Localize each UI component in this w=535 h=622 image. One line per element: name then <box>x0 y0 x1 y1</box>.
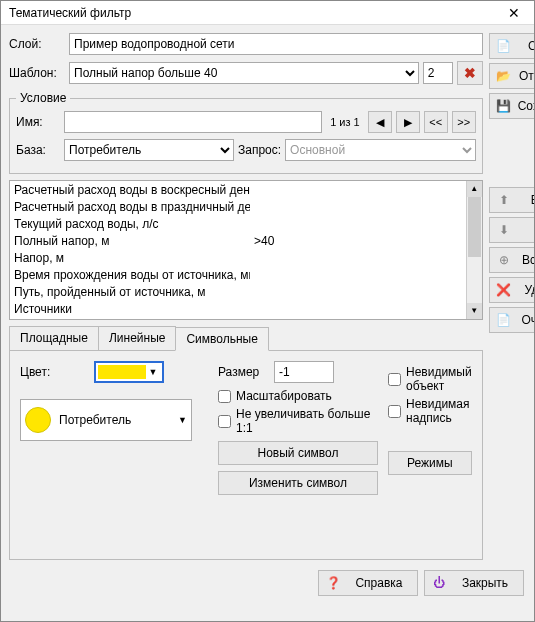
clear-icon <box>496 312 512 328</box>
titlebar: Тематический фильтр ✕ <box>1 1 534 25</box>
invisible-label-checkbox[interactable]: Невидимая надпись <box>388 397 472 425</box>
query-label: Запрос: <box>238 143 281 157</box>
close-icon <box>431 575 447 591</box>
save-button[interactable]: Сохранить <box>489 93 535 119</box>
chevron-down-icon: ▼ <box>146 367 160 377</box>
field-list[interactable]: Расчетный расход воды в воскресный день,… <box>9 180 483 320</box>
table-row[interactable]: Текущий расход воды, л/с <box>10 215 466 232</box>
up-button[interactable]: Вверх <box>489 187 535 213</box>
no-enlarge-checkbox[interactable]: Не увеличивать больше 1:1 <box>218 407 378 435</box>
color-picker[interactable]: ▼ <box>94 361 164 383</box>
query-select[interactable]: Основной <box>285 139 476 161</box>
window-title: Тематический фильтр <box>9 6 494 20</box>
scroll-up-icon[interactable]: ▲ <box>467 181 482 197</box>
size-input[interactable] <box>274 361 334 383</box>
condition-fieldset: Условие Имя: 1 из 1 ◀ ▶ << >> База: Потр… <box>9 91 483 174</box>
field-name: Полный напор, м <box>10 234 250 248</box>
tab-line[interactable]: Линейные <box>98 326 177 350</box>
pager-next-button[interactable]: ▶ <box>396 111 420 133</box>
field-name: Лиаметр выходного отверстия. м <box>10 319 250 320</box>
invisible-object-checkbox[interactable]: Невидимый объект <box>388 365 472 393</box>
condition-legend: Условие <box>16 91 70 105</box>
pager-text: 1 из 1 <box>326 111 364 133</box>
delete-icon <box>496 282 512 298</box>
table-row[interactable]: Расчетный расход воды в праздничный день… <box>10 198 466 215</box>
edit-symbol-button[interactable]: Изменить символ <box>218 471 378 495</box>
template-count-input[interactable] <box>423 62 453 84</box>
scroll-down-icon[interactable]: ▼ <box>467 303 482 319</box>
template-delete-button[interactable]: ✖ <box>457 61 483 85</box>
chevron-down-icon: ▼ <box>178 415 187 425</box>
open-button[interactable]: Открыть... <box>489 63 535 89</box>
help-button[interactable]: Справка <box>318 570 418 596</box>
table-row[interactable]: Расчетный расход воды в воскресный день,… <box>10 181 466 198</box>
layer-label: Слой: <box>9 37 65 51</box>
scrollbar[interactable]: ▲ ▼ <box>466 181 482 319</box>
template-label: Шаблон: <box>9 66 65 80</box>
new-symbol-button[interactable]: Новый символ <box>218 441 378 465</box>
pager-last-button[interactable]: >> <box>452 111 476 133</box>
field-name: Напор, м <box>10 251 250 265</box>
color-swatch <box>98 365 146 379</box>
field-name: Путь, пройденный от источника, м <box>10 285 250 299</box>
table-row[interactable]: Время прохождения воды от источника, мин <box>10 266 466 283</box>
tabs: Площадные Линейные Символьные <box>9 326 483 350</box>
pager-first-button[interactable]: << <box>424 111 448 133</box>
insert-button[interactable]: Вставить <box>489 247 535 273</box>
field-name: Текущий расход воды, л/с <box>10 217 250 231</box>
open-icon <box>496 68 512 84</box>
layer-button[interactable]: Слой... <box>489 33 535 59</box>
table-row[interactable]: Путь, пройденный от источника, м <box>10 283 466 300</box>
insert-icon <box>496 252 512 268</box>
tab-symbol[interactable]: Символьные <box>175 327 268 351</box>
scroll-thumb[interactable] <box>468 197 481 257</box>
table-row[interactable]: Лиаметр выходного отверстия. м <box>10 317 466 319</box>
color-label: Цвет: <box>20 365 90 379</box>
size-label: Размер <box>218 365 270 379</box>
table-row[interactable]: Источники <box>10 300 466 317</box>
layer-input[interactable] <box>69 33 483 55</box>
field-name: Время прохождения воды от источника, мин <box>10 268 250 282</box>
tab-pane-symbol: Цвет: ▼ Потребитель ▼ Размер <box>9 350 483 560</box>
table-row[interactable]: Полный напор, м>40 <box>10 232 466 249</box>
name-input[interactable] <box>64 111 322 133</box>
field-name: Расчетный расход воды в воскресный день,… <box>10 183 250 197</box>
scale-checkbox[interactable]: Масштабировать <box>218 389 378 403</box>
name-label: Имя: <box>16 115 60 129</box>
layer-icon <box>496 38 512 54</box>
down-button[interactable]: Вниз <box>489 217 535 243</box>
modes-button[interactable]: Режимы <box>388 451 472 475</box>
pager-prev-button[interactable]: ◀ <box>368 111 392 133</box>
base-label: База: <box>16 143 60 157</box>
help-icon <box>325 575 341 591</box>
symbol-type-value: Потребитель <box>59 413 170 427</box>
field-name: Расчетный расход воды в праздничный день… <box>10 200 250 214</box>
arrow-up-icon <box>496 192 512 208</box>
symbol-type-combo[interactable]: Потребитель ▼ <box>20 399 192 441</box>
save-icon <box>496 98 512 114</box>
delete-button[interactable]: Удалить <box>489 277 535 303</box>
tab-area[interactable]: Площадные <box>9 326 99 350</box>
delete-x-icon: ✖ <box>464 65 476 81</box>
table-row[interactable]: Напор, м <box>10 249 466 266</box>
symbol-preview-icon <box>25 407 51 433</box>
arrow-down-icon <box>496 222 512 238</box>
base-select[interactable]: Потребитель <box>64 139 234 161</box>
field-name: Источники <box>10 302 250 316</box>
template-select[interactable]: Полный напор больше 40 <box>69 62 419 84</box>
field-value: >40 <box>250 234 466 248</box>
window-close-button[interactable]: ✕ <box>494 5 534 21</box>
clear-button[interactable]: Очистить <box>489 307 535 333</box>
close-button[interactable]: Закрыть <box>424 570 524 596</box>
